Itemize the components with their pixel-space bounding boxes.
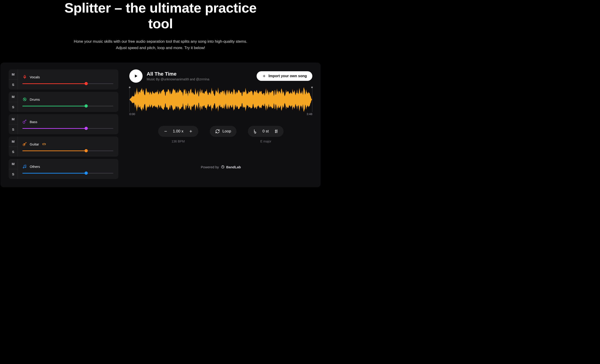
stem-body: Drums <box>18 92 118 112</box>
stem-body: Others <box>18 159 118 179</box>
volume-slider[interactable] <box>22 83 113 84</box>
svg-rect-14 <box>164 131 167 132</box>
volume-slider[interactable] <box>22 173 113 174</box>
plus-icon <box>189 129 193 133</box>
stem-drums: MSDrums <box>9 92 118 112</box>
svg-point-4 <box>24 99 25 100</box>
time-start: 0:00 <box>129 112 135 116</box>
loop-group: Loop <box>210 126 237 143</box>
slider-thumb[interactable] <box>84 82 88 85</box>
bandlab-text: BandLab <box>226 165 241 169</box>
import-button[interactable]: Import your own song <box>257 71 312 81</box>
slider-thumb[interactable] <box>84 149 88 152</box>
hero: Splitter – the ultimate practice tool Ho… <box>0 0 321 51</box>
pitch-pill: 0 st <box>248 126 283 137</box>
stem-header: Vocals <box>22 75 113 79</box>
slider-thumb[interactable] <box>84 172 88 175</box>
loop-handle-right[interactable] <box>311 87 313 88</box>
slider-thumb[interactable] <box>84 127 88 130</box>
mic-icon <box>22 75 27 79</box>
mute-button[interactable]: M <box>9 136 18 147</box>
stem-label: Vocals <box>30 75 40 79</box>
stem-label: Guitar <box>30 142 39 146</box>
target-icon <box>22 97 27 102</box>
waveform-svg <box>130 87 312 112</box>
splitter-panel: MSVocalsMSDrumsMSBassMSGuitarMSOthers Al… <box>0 63 320 187</box>
waveform[interactable] <box>129 87 312 112</box>
stem-header: Bass <box>22 119 113 124</box>
slider-fill <box>22 173 86 173</box>
play-button[interactable] <box>129 69 143 83</box>
loop-label: Loop <box>223 129 231 134</box>
import-label: Import your own song <box>269 74 307 78</box>
player-header: All The Time Music By @unknownanima99 an… <box>129 69 312 83</box>
stem-label: Drums <box>30 98 40 101</box>
footer-prefix: Powered by <box>201 165 219 169</box>
ms-col: MS <box>9 136 18 157</box>
bandlab-logo[interactable]: BandLab <box>221 165 241 169</box>
volume-slider[interactable] <box>22 128 113 129</box>
mute-button[interactable]: M <box>9 69 18 80</box>
loop-button[interactable]: Loop <box>210 126 237 137</box>
stem-body: Bass <box>18 114 118 134</box>
svg-line-7 <box>26 120 26 121</box>
speed-decrease-button[interactable] <box>164 129 168 133</box>
guitar-icon <box>22 142 27 146</box>
solo-button[interactable]: S <box>9 102 18 112</box>
stem-vocals: MSVocals <box>9 69 118 90</box>
pitch-increase-button[interactable] <box>274 129 278 134</box>
stem-bass: MSBass <box>9 114 118 134</box>
ms-col: MS <box>9 159 18 179</box>
speed-pill: 1.00 x <box>158 126 198 137</box>
track-meta: All The Time Music By @unknownanima99 an… <box>147 71 253 81</box>
flat-icon <box>253 129 257 134</box>
stem-body: Vocals <box>18 69 118 90</box>
volume-slider[interactable] <box>22 150 113 151</box>
pitch-group: 0 st E major <box>248 126 283 143</box>
stem-body: Guitar <box>18 136 118 157</box>
pitch-value: 0 st <box>261 129 270 134</box>
stem-header: Guitar <box>22 142 113 146</box>
solo-button[interactable]: S <box>9 124 18 135</box>
solo-button[interactable]: S <box>9 169 18 179</box>
note-icon <box>22 164 27 169</box>
svg-rect-0 <box>24 75 25 77</box>
stem-header: Others <box>22 164 113 169</box>
waveform-area: 0:00 3:48 <box>129 87 312 116</box>
footer: Powered by BandLab <box>129 165 312 169</box>
ms-col: MS <box>9 92 18 112</box>
svg-line-17 <box>275 130 278 131</box>
stem-guitar: MSGuitar <box>9 136 118 157</box>
crown-icon <box>42 143 46 146</box>
mute-button[interactable]: M <box>9 92 18 102</box>
mute-button[interactable]: M <box>9 114 18 124</box>
play-icon <box>133 73 139 79</box>
slider-fill <box>22 83 86 84</box>
slider-fill <box>22 150 86 151</box>
track-byline: Music By @unknownanima99 and @zrrrrina <box>147 77 253 81</box>
minus-icon <box>164 129 168 133</box>
plus-icon <box>262 74 266 78</box>
bpm-label: 136 BPM <box>172 139 185 143</box>
stem-label: Bass <box>30 120 37 124</box>
mute-button[interactable]: M <box>9 159 18 169</box>
slider-thumb[interactable] <box>84 104 88 108</box>
player-area: All The Time Music By @unknownanima99 an… <box>129 69 312 179</box>
controls-row: 1.00 x 136 BPM Loop 0 st <box>129 126 312 143</box>
sharp-icon <box>274 129 278 134</box>
volume-slider[interactable] <box>22 105 113 107</box>
speed-group: 1.00 x 136 BPM <box>158 126 198 143</box>
stem-others: MSOthers <box>9 159 118 179</box>
bandlab-icon <box>221 165 225 169</box>
slider-fill <box>22 106 86 106</box>
page-title: Splitter – the ultimate practice tool <box>58 0 263 32</box>
svg-line-18 <box>275 132 278 132</box>
speed-increase-button[interactable] <box>189 129 193 133</box>
solo-button[interactable]: S <box>9 80 18 90</box>
pitch-decrease-button[interactable] <box>253 129 257 134</box>
stem-header: Drums <box>22 97 113 102</box>
solo-button[interactable]: S <box>9 147 18 157</box>
time-row: 0:00 3:48 <box>129 112 312 116</box>
time-end: 3:48 <box>307 112 312 116</box>
ms-col: MS <box>9 69 18 90</box>
